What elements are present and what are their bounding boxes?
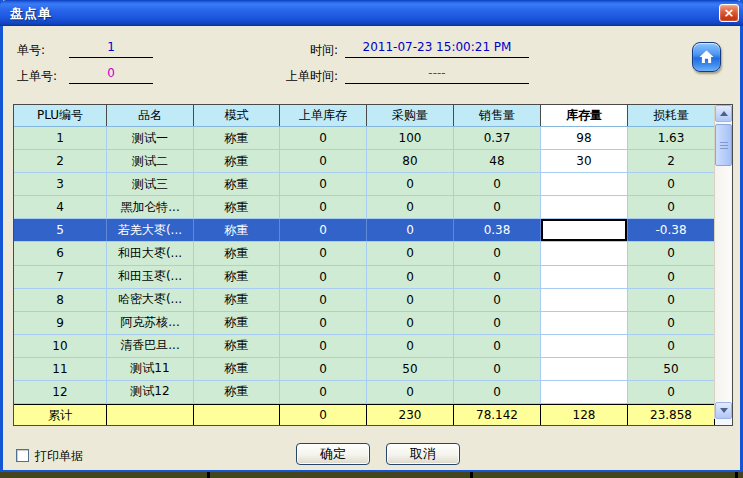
- table-cell[interactable]: 0: [280, 289, 367, 311]
- table-cell[interactable]: [541, 381, 628, 403]
- table-cell[interactable]: 称重: [194, 381, 280, 403]
- table-cell[interactable]: 0: [367, 312, 454, 334]
- table-cell[interactable]: 0: [454, 358, 541, 380]
- table-cell[interactable]: 0: [628, 196, 715, 218]
- table-cell[interactable]: 阿克苏核...: [107, 312, 194, 334]
- table-row[interactable]: 10清香巴旦...称重0000: [14, 335, 715, 358]
- table-cell[interactable]: 测试二: [107, 150, 194, 172]
- table-cell[interactable]: 测试12: [107, 381, 194, 403]
- table-cell[interactable]: 和田玉枣(...: [107, 266, 194, 288]
- table-cell[interactable]: 7: [14, 266, 107, 288]
- table-cell[interactable]: 48: [454, 150, 541, 172]
- table-cell[interactable]: 测试11: [107, 358, 194, 380]
- table-cell[interactable]: [541, 173, 628, 195]
- table-cell[interactable]: 50: [367, 358, 454, 380]
- table-cell[interactable]: 称重: [194, 196, 280, 218]
- table-row[interactable]: 4黑加仑特...称重0000: [14, 196, 715, 219]
- table-cell[interactable]: 0: [280, 173, 367, 195]
- table-cell[interactable]: [541, 196, 628, 218]
- table-row[interactable]: 1测试一称重01000.37981.63: [14, 127, 715, 150]
- table-cell[interactable]: 0: [628, 381, 715, 403]
- table-cell[interactable]: 50: [628, 358, 715, 380]
- table-cell[interactable]: 8: [14, 289, 107, 311]
- table-cell[interactable]: 0: [367, 219, 454, 241]
- table-row[interactable]: 8哈密大枣(...称重0000: [14, 289, 715, 312]
- table-cell[interactable]: 0: [628, 312, 715, 334]
- table-cell[interactable]: 0: [280, 196, 367, 218]
- table-cell[interactable]: 0: [454, 289, 541, 311]
- table-cell[interactable]: 0: [454, 266, 541, 288]
- table-cell[interactable]: 0: [280, 335, 367, 357]
- table-cell[interactable]: 10: [14, 335, 107, 357]
- table-cell[interactable]: 称重: [194, 127, 280, 149]
- table-row[interactable]: 12测试12称重0000: [14, 381, 715, 404]
- print-receipt-checkbox[interactable]: [16, 449, 29, 462]
- scroll-up-icon[interactable]: [715, 105, 732, 122]
- table-cell[interactable]: 80: [367, 150, 454, 172]
- table-cell[interactable]: 称重: [194, 335, 280, 357]
- table-cell[interactable]: 称重: [194, 358, 280, 380]
- table-cell[interactable]: 3: [14, 173, 107, 195]
- table-row[interactable]: 9阿克苏核...称重0000: [14, 312, 715, 335]
- table-cell[interactable]: 6: [14, 242, 107, 264]
- table-cell[interactable]: 称重: [194, 312, 280, 334]
- table-cell[interactable]: 称重: [194, 242, 280, 264]
- table-row[interactable]: 6和田大枣(...称重0000: [14, 242, 715, 265]
- home-button[interactable]: [692, 42, 721, 72]
- table-cell[interactable]: 若羌大枣(...: [107, 219, 194, 241]
- table-cell[interactable]: [541, 289, 628, 311]
- table-cell[interactable]: 0: [367, 196, 454, 218]
- table-cell[interactable]: 0: [280, 219, 367, 241]
- table-cell[interactable]: 12: [14, 381, 107, 403]
- table-cell[interactable]: 4: [14, 196, 107, 218]
- table-cell[interactable]: 100: [367, 127, 454, 149]
- table-cell[interactable]: 5: [14, 219, 107, 241]
- table-cell[interactable]: 0: [367, 381, 454, 403]
- table-cell[interactable]: 98: [541, 127, 628, 149]
- table-row[interactable]: 3测试三称重0000: [14, 173, 715, 196]
- table-cell[interactable]: 称重: [194, 266, 280, 288]
- table-cell[interactable]: [541, 358, 628, 380]
- table-cell[interactable]: 清香巴旦...: [107, 335, 194, 357]
- table-row[interactable]: 2测试二称重08048302: [14, 150, 715, 173]
- ok-button[interactable]: 确定: [296, 443, 370, 465]
- table-cell[interactable]: 测试三: [107, 173, 194, 195]
- table-cell[interactable]: 0: [280, 242, 367, 264]
- table-cell[interactable]: 0: [454, 335, 541, 357]
- cancel-button[interactable]: 取消: [386, 443, 460, 465]
- table-cell[interactable]: 0: [628, 289, 715, 311]
- table-cell[interactable]: 1: [14, 127, 107, 149]
- table-cell[interactable]: 0: [367, 266, 454, 288]
- table-cell[interactable]: 0: [454, 196, 541, 218]
- table-cell[interactable]: 测试一: [107, 127, 194, 149]
- table-cell[interactable]: 0: [280, 127, 367, 149]
- table-cell[interactable]: 0.38: [454, 219, 541, 241]
- table-cell[interactable]: 30: [541, 150, 628, 172]
- table-cell[interactable]: 0: [367, 335, 454, 357]
- table-cell[interactable]: 称重: [194, 173, 280, 195]
- table-cell[interactable]: 0: [280, 381, 367, 403]
- scrollbar-thumb[interactable]: [715, 124, 732, 166]
- table-row[interactable]: 7和田玉枣(...称重0000: [14, 266, 715, 289]
- table-cell[interactable]: [541, 266, 628, 288]
- table-cell[interactable]: 称重: [194, 219, 280, 241]
- table-cell[interactable]: 0.37: [454, 127, 541, 149]
- table-cell[interactable]: 0: [628, 173, 715, 195]
- table-cell[interactable]: 0: [628, 335, 715, 357]
- table-cell[interactable]: 0: [367, 173, 454, 195]
- scroll-down-icon[interactable]: [715, 402, 732, 419]
- table-cell[interactable]: 称重: [194, 289, 280, 311]
- stock-qty-edit-cell[interactable]: [541, 219, 628, 241]
- table-cell[interactable]: 0: [628, 266, 715, 288]
- table-cell[interactable]: 11: [14, 358, 107, 380]
- table-cell[interactable]: 和田大枣(...: [107, 242, 194, 264]
- table-cell[interactable]: 0: [280, 358, 367, 380]
- vertical-scrollbar[interactable]: [714, 105, 731, 419]
- table-cell[interactable]: 0: [280, 312, 367, 334]
- table-cell[interactable]: 黑加仑特...: [107, 196, 194, 218]
- table-cell[interactable]: -0.38: [628, 219, 715, 241]
- table-cell[interactable]: 2: [628, 150, 715, 172]
- table-cell[interactable]: 0: [454, 242, 541, 264]
- table-cell[interactable]: 哈密大枣(...: [107, 289, 194, 311]
- table-cell[interactable]: 2: [14, 150, 107, 172]
